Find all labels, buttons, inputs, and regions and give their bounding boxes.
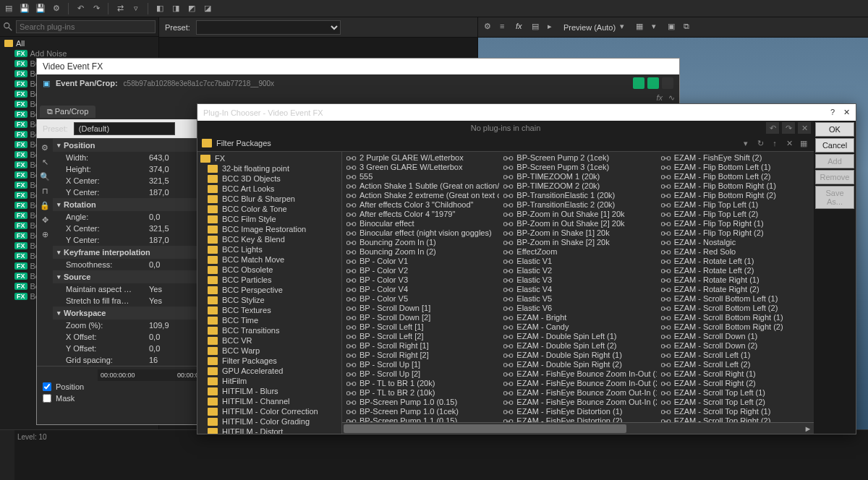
plugin-item[interactable]: BP - Scroll Right [2]: [345, 351, 496, 360]
section-header-source[interactable]: Source: [53, 270, 197, 283]
tree-item[interactable]: FXAdd Noise: [12, 48, 157, 59]
folder-item[interactable]: BCC Textures: [199, 305, 340, 315]
plugin-item[interactable]: EZAM - FishEye Bounce Zoom In-Out (2): [502, 379, 653, 388]
scroll-right-icon[interactable]: ►: [802, 423, 814, 434]
plugin-item[interactable]: BP - Scroll Up [2]: [345, 369, 496, 379]
remove-button[interactable]: Remove: [815, 170, 854, 184]
prop-row[interactable]: Stretch to fill fra…Yes: [53, 295, 197, 307]
plugin-item[interactable]: BP-Screen Pump 1.1 (0.15): [345, 416, 496, 422]
folder-item[interactable]: HITFILM - Blurs: [199, 386, 340, 396]
plugin-item[interactable]: Elastic V5: [502, 294, 653, 304]
prop-row[interactable]: Width:643,0: [53, 152, 197, 163]
plugin-item[interactable]: EZAM - Flip Top Right (1): [660, 219, 811, 228]
folder-item[interactable]: BCC 3D Objects: [199, 173, 340, 184]
redo-icon[interactable]: ↷: [90, 3, 102, 14]
cancel-button[interactable]: Cancel: [815, 138, 854, 153]
plugin-list[interactable]: 2 Purple GLARE W/Letterbox3 Green GLARE …: [342, 152, 814, 422]
plugin-item[interactable]: 2 Purple GLARE W/Letterbox: [345, 153, 496, 163]
plugin-item[interactable]: EZAM - Flip Top Left (1): [660, 200, 811, 210]
folder-item[interactable]: BCC Blur & Sharpen: [199, 194, 340, 204]
fx-btn-4[interactable]: ◪: [202, 3, 213, 14]
help-button[interactable]: ?: [830, 108, 835, 117]
file-icon[interactable]: ▤: [3, 3, 14, 14]
plugin-item[interactable]: BP - Scroll Down [2]: [345, 313, 496, 322]
prop-value[interactable]: 0,0: [149, 260, 192, 269]
plugin-item[interactable]: EZAM - FishEye Shift (2): [660, 153, 811, 163]
plugin-item[interactable]: EZAM - Bright: [502, 313, 653, 322]
save-all-icon[interactable]: 💾: [35, 3, 46, 14]
plugin-item[interactable]: EZAM - Scroll Top Right (2): [660, 416, 811, 422]
plugin-item[interactable]: EZAM - Scroll Right (2): [660, 379, 811, 388]
plugin-item[interactable]: EZAM - Double Spin Left (1): [502, 332, 653, 341]
saveas-button[interactable]: Save As...: [815, 186, 854, 209]
plugin-item[interactable]: EZAM - Scroll Top Left (2): [660, 398, 811, 407]
track-checkbox[interactable]: [43, 382, 51, 391]
plugin-item[interactable]: EZAM - Flip Top Left (2): [660, 210, 811, 219]
plugin-item[interactable]: EZAM - Scroll Top Left (1): [660, 388, 811, 398]
folder-item[interactable]: HITFILM - Distort: [199, 427, 340, 434]
prop-value[interactable]: 187,0: [149, 188, 192, 197]
arrow-icon[interactable]: ↖: [39, 156, 51, 168]
gear-icon[interactable]: ⚙: [39, 142, 51, 153]
prop-value[interactable]: 643,0: [149, 153, 192, 162]
prop-value[interactable]: 0,0: [149, 213, 192, 221]
prop-row[interactable]: X Center:321,5: [53, 175, 197, 187]
preview-mode-label[interactable]: Preview (Auto): [563, 23, 616, 32]
prop-row[interactable]: Y Center:187,0: [53, 234, 197, 246]
plugin-item[interactable]: EZAM - Scroll Down (1): [660, 332, 811, 341]
prop-value[interactable]: 321,5: [149, 176, 192, 185]
plugin-item[interactable]: EZAM - Rotate Right (2): [660, 285, 811, 294]
preset-input[interactable]: [74, 122, 175, 135]
plugin-item[interactable]: BP - Color V3: [345, 275, 496, 285]
folder-item[interactable]: Filter Packages: [199, 356, 340, 366]
plugin-item[interactable]: 555: [345, 172, 496, 181]
prop-row[interactable]: Y Offset:0,0: [53, 343, 197, 354]
tab-pancrop[interactable]: ⧉ Pan/Crop: [40, 106, 95, 118]
plugin-item[interactable]: BP-Zoom in Out Shake [1] 20k: [502, 210, 653, 219]
plugin-item[interactable]: Elastic V2: [502, 266, 653, 275]
plugin-item[interactable]: EZAM - Scroll Right (1): [660, 369, 811, 379]
undo-icon[interactable]: ↶: [75, 3, 86, 14]
plugin-item[interactable]: EZAM - FishEye Bounce Zoom Out-In (2): [502, 398, 653, 407]
prop-value[interactable]: 374,0: [149, 165, 192, 173]
prop-row[interactable]: Height:374,0: [53, 163, 197, 175]
prop-row[interactable]: Angle:0,0: [53, 211, 197, 223]
prop-row[interactable]: Grid spacing:16: [53, 354, 197, 366]
section-header-keyframe[interactable]: Keyframe interpolation: [53, 246, 197, 259]
plugin-item[interactable]: BP - TL to BR 2 (10k): [345, 388, 496, 398]
plugin-item[interactable]: BP-TIMEZOOM 2 (20k): [502, 181, 653, 191]
plugin-item[interactable]: BP - Color V5: [345, 294, 496, 304]
action-btn-2[interactable]: [647, 77, 659, 89]
prop-value[interactable]: 0,0: [149, 344, 192, 353]
zoom-icon[interactable]: 🔍: [39, 171, 51, 182]
plugin-item[interactable]: BP - TL to BR 1 (20k): [345, 379, 496, 388]
folder-item[interactable]: BCC Lights: [199, 244, 340, 254]
preset-select[interactable]: [196, 20, 341, 35]
plugin-item[interactable]: Action Shake 1 Subtle (Great on action/e…: [345, 181, 496, 191]
gear-icon[interactable]: ⚙: [484, 22, 495, 33]
plugin-item[interactable]: EZAM - Candy: [502, 322, 653, 332]
plugin-item[interactable]: BP - Scroll Left [1]: [345, 322, 496, 332]
lock-icon[interactable]: 🔒: [39, 200, 51, 211]
folder-item[interactable]: HITFILM - Color Grading: [199, 416, 340, 427]
scrollbar-thumb[interactable]: [344, 424, 626, 433]
plugin-item[interactable]: BP - Scroll Down [1]: [345, 304, 496, 313]
plugin-item[interactable]: Binocular effect: [345, 219, 496, 228]
section-header-workspace[interactable]: Workspace: [53, 307, 197, 320]
folder-item[interactable]: HitFilm: [199, 376, 340, 386]
prop-row[interactable]: X Offset:0,0: [53, 331, 197, 343]
plugin-item[interactable]: EZAM - Scroll Bottom Right (2): [660, 322, 811, 332]
fx-btn-2[interactable]: ◨: [170, 3, 182, 14]
overlay-icon[interactable]: ▣: [668, 22, 679, 33]
plugin-item[interactable]: EZAM - Flip Bottom Right (1): [660, 181, 811, 191]
refresh-icon[interactable]: ↻: [754, 137, 766, 149]
plugin-item[interactable]: BP - Scroll Up [1]: [345, 360, 496, 369]
plugin-item[interactable]: Elastic V3: [502, 275, 653, 285]
folder-item[interactable]: 32-bit floating point: [199, 163, 340, 173]
plugin-item[interactable]: BP-TIMEZOOM 1 (20k): [502, 172, 653, 181]
action-btn-3[interactable]: [662, 77, 673, 89]
curve-icon[interactable]: ∿: [668, 93, 675, 103]
plugin-item[interactable]: EZAM - Rotate Left (1): [660, 257, 811, 266]
folder-item[interactable]: BCC Obsolete: [199, 265, 340, 275]
split-icon[interactable]: ▤: [532, 22, 543, 33]
